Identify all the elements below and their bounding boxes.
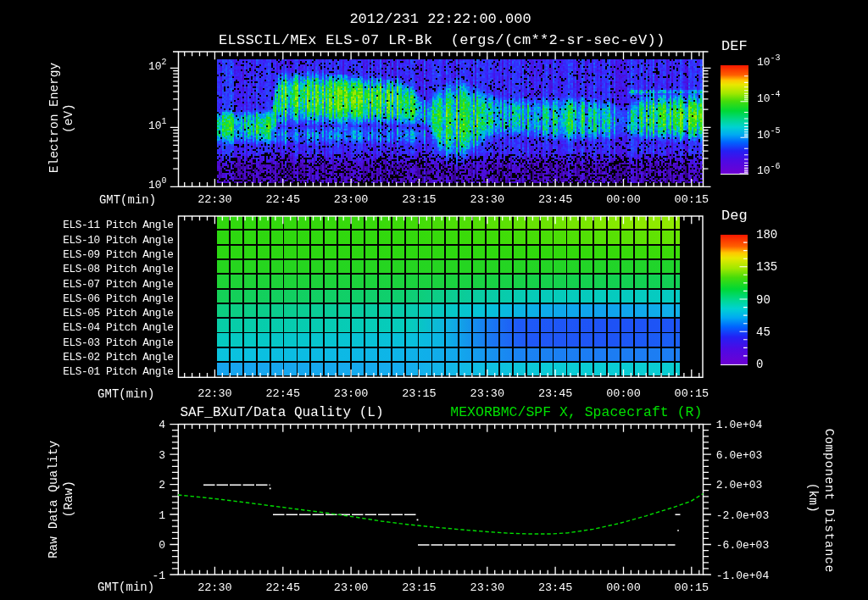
svg-text:23:00: 23:00 [334, 581, 369, 594]
svg-text:-1.0e+04: -1.0e+04 [716, 569, 770, 582]
svg-text:ELSSCIL/MEx ELS-07 LR-Bk (erg: ELSSCIL/MEx ELS-07 LR-Bk (ergs/(cm**2-sr… [219, 32, 665, 48]
svg-text:4: 4 [159, 419, 165, 431]
svg-text:2012/231 22:22:00.000: 2012/231 22:22:00.000 [349, 11, 531, 27]
svg-text:22:45: 22:45 [265, 581, 300, 594]
svg-text:(eV): (eV) [62, 103, 75, 133]
svg-text:0: 0 [756, 358, 763, 371]
svg-text:135: 135 [756, 260, 777, 274]
svg-text:23:15: 23:15 [402, 193, 437, 206]
svg-text:00:15: 00:15 [675, 387, 709, 400]
svg-text:90: 90 [756, 293, 771, 307]
svg-text:-4: -4 [771, 90, 781, 99]
svg-text:23:45: 23:45 [538, 387, 573, 400]
svg-text:SAF_BXuT/Data Quality (L): SAF_BXuT/Data Quality (L) [181, 405, 384, 420]
svg-text:00:00: 00:00 [606, 387, 641, 400]
svg-text:Electron Energy: Electron Energy [47, 62, 61, 173]
svg-text:ELS-02 Pitch Angle: ELS-02 Pitch Angle [63, 351, 173, 364]
svg-text:Raw Data Quality: Raw Data Quality [47, 441, 60, 559]
svg-text:(km): (km) [806, 483, 820, 513]
svg-text:10: 10 [757, 164, 771, 177]
svg-text:ELS-08 Pitch Angle: ELS-08 Pitch Angle [63, 263, 173, 275]
svg-text:00:15: 00:15 [675, 581, 709, 594]
svg-text:10: 10 [757, 56, 771, 69]
svg-text:23:30: 23:30 [470, 581, 505, 594]
svg-text:ELS-10 Pitch Angle: ELS-10 Pitch Angle [63, 234, 173, 247]
svg-text:-2.0e+03: -2.0e+03 [716, 509, 769, 522]
svg-text:23:15: 23:15 [402, 581, 437, 594]
svg-text:ELS-09 Pitch Angle: ELS-09 Pitch Angle [63, 248, 173, 261]
svg-text:(Raw): (Raw) [62, 481, 75, 518]
svg-text:10: 10 [148, 119, 162, 132]
svg-text:GMT(min): GMT(min) [97, 387, 154, 401]
svg-text:3: 3 [159, 449, 165, 462]
svg-text:23:30: 23:30 [470, 387, 505, 400]
svg-text:-5: -5 [771, 126, 781, 136]
svg-text:0: 0 [159, 539, 165, 552]
svg-text:00:00: 00:00 [606, 581, 641, 594]
svg-text:10: 10 [757, 129, 771, 142]
svg-text:22:30: 22:30 [198, 581, 232, 594]
svg-text:23:00: 23:00 [334, 193, 369, 206]
svg-text:1: 1 [162, 117, 167, 126]
svg-text:ELS-01 Pitch Angle: ELS-01 Pitch Angle [63, 365, 173, 378]
svg-text:23:30: 23:30 [470, 193, 505, 206]
svg-text:-3: -3 [771, 53, 781, 63]
svg-text:23:15: 23:15 [402, 387, 437, 400]
svg-text:ELS-11 Pitch Angle: ELS-11 Pitch Angle [63, 219, 173, 231]
svg-text:MEXORBMC/SPF X, Spacecraft (R): MEXORBMC/SPF X, Spacecraft (R) [450, 404, 702, 420]
svg-text:ELS-06 Pitch Angle: ELS-06 Pitch Angle [63, 292, 173, 305]
svg-text:2: 2 [159, 479, 165, 492]
svg-text:23:45: 23:45 [538, 193, 573, 206]
svg-text:DEF: DEF [721, 38, 748, 54]
svg-text:ELS-04 Pitch Angle: ELS-04 Pitch Angle [63, 321, 173, 334]
svg-text:1: 1 [159, 509, 165, 522]
svg-text:00:00: 00:00 [606, 193, 641, 206]
svg-text:00:15: 00:15 [675, 193, 709, 206]
svg-text:22:45: 22:45 [265, 387, 300, 400]
svg-text:2: 2 [162, 58, 167, 67]
svg-text:GMT(min): GMT(min) [99, 193, 156, 207]
svg-text:GMT(min): GMT(min) [97, 581, 154, 594]
svg-text:-6.0e+03: -6.0e+03 [716, 539, 769, 552]
svg-text:180: 180 [756, 228, 777, 242]
svg-text:6.0e+03: 6.0e+03 [716, 449, 763, 462]
svg-text:-6: -6 [771, 162, 781, 171]
svg-text:0: 0 [162, 176, 167, 186]
svg-text:10: 10 [148, 60, 162, 73]
svg-text:45: 45 [756, 325, 771, 339]
svg-text:22:30: 22:30 [198, 193, 232, 206]
svg-text:23:45: 23:45 [538, 581, 573, 594]
svg-text:1.0e+04: 1.0e+04 [716, 419, 763, 431]
svg-text:23:00: 23:00 [334, 387, 369, 400]
svg-text:22:30: 22:30 [198, 387, 232, 400]
svg-text:ELS-05 Pitch Angle: ELS-05 Pitch Angle [63, 307, 173, 319]
svg-text:Deg: Deg [721, 208, 748, 224]
svg-text:10: 10 [148, 179, 162, 192]
svg-text:Component Distance: Component Distance [822, 429, 836, 573]
svg-text:22:45: 22:45 [265, 193, 300, 206]
svg-text:ELS-03 Pitch Angle: ELS-03 Pitch Angle [63, 336, 173, 349]
svg-text:ELS-07 Pitch Angle: ELS-07 Pitch Angle [63, 278, 173, 291]
svg-text:10: 10 [757, 92, 771, 105]
svg-text:2.0e+03: 2.0e+03 [716, 479, 763, 492]
